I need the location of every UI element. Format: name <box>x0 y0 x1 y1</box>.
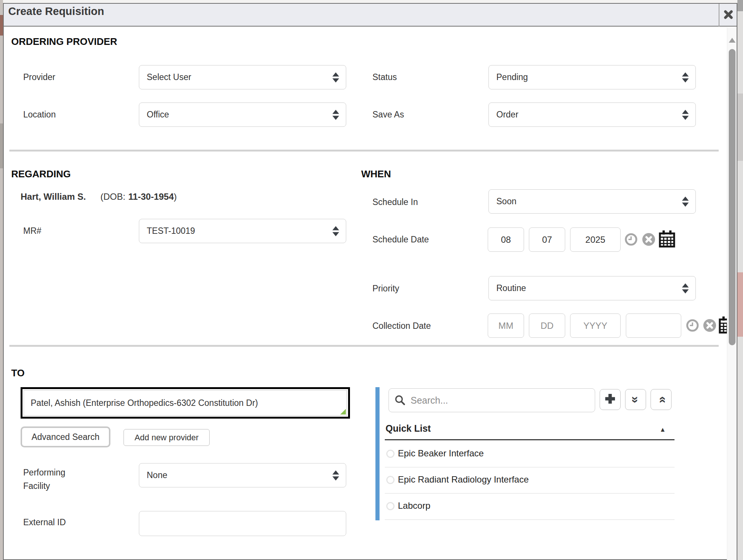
updown-arrows-icon <box>332 226 339 236</box>
clear-circle-icon[interactable] <box>642 233 655 248</box>
list-item[interactable]: Epic Radiant Radiology Interface <box>398 474 529 485</box>
background-smudge <box>737 94 743 161</box>
background-smudge <box>737 0 743 11</box>
status-select[interactable]: Pending <box>488 65 696 89</box>
schedule-date-label: Schedule Date <box>372 235 429 245</box>
add-new-provider-button[interactable]: Add new provider <box>124 429 210 446</box>
clear-circle-icon[interactable] <box>703 319 716 334</box>
quick-list-heading: Quick List <box>386 423 431 434</box>
collection-year-input[interactable] <box>570 313 621 338</box>
save-as-select[interactable]: Order <box>488 102 696 127</box>
titlebar-separator <box>719 4 719 27</box>
location-select[interactable]: Office <box>139 102 346 127</box>
updown-arrows-icon <box>682 283 689 293</box>
provider-select[interactable]: Select User <box>139 65 346 89</box>
location-select-value: Office <box>147 110 169 120</box>
screen: Create Requisition ORDERING PROVIDER Pro… <box>0 0 743 560</box>
quick-list-underline <box>385 439 675 440</box>
to-heading: TO <box>11 367 25 379</box>
regarding-heading: REGARDING <box>11 168 71 180</box>
schedule-in-select[interactable]: Soon <box>488 189 696 214</box>
patient-line: Hart, William S. (DOB:11-30-1954) <box>21 192 177 202</box>
external-id-input[interactable] <box>139 511 346 536</box>
scrollbar[interactable] <box>727 27 737 560</box>
collapse-all-button[interactable]: » <box>651 389 672 410</box>
performing-facility-select[interactable]: None <box>139 463 346 487</box>
directory-search <box>389 388 595 412</box>
collection-time-input[interactable] <box>626 313 681 338</box>
save-as-label: Save As <box>372 110 404 120</box>
updown-arrows-icon <box>682 196 689 206</box>
updown-arrows-icon <box>682 110 689 120</box>
list-divider <box>385 493 675 494</box>
schedule-month-input[interactable] <box>488 227 524 252</box>
radio-icon[interactable] <box>386 476 395 484</box>
dialog-titlebar <box>4 4 737 27</box>
list-divider <box>385 467 675 468</box>
mr-select[interactable]: TEST-10019 <box>139 219 346 243</box>
updown-arrows-icon <box>332 110 339 120</box>
mr-label: MR# <box>23 226 42 236</box>
clock-icon[interactable] <box>624 233 638 248</box>
performing-facility-select-value: None <box>147 470 167 480</box>
radio-icon[interactable] <box>386 502 395 510</box>
schedule-in-select-value: Soon <box>496 196 517 206</box>
dob-suffix: ) <box>174 192 177 202</box>
schedule-in-label: Schedule In <box>372 197 418 207</box>
priority-label: Priority <box>372 284 399 294</box>
collection-day-input[interactable] <box>529 313 565 338</box>
updown-arrows-icon <box>332 72 339 82</box>
scroll-up-icon[interactable] <box>729 38 736 43</box>
background-smudge <box>0 123 3 168</box>
updown-arrows-icon <box>332 470 339 480</box>
resize-grip-icon[interactable] <box>340 409 346 414</box>
add-provider-plus-button[interactable] <box>600 389 621 410</box>
when-heading: WHEN <box>361 168 391 180</box>
updown-arrows-icon <box>682 72 689 82</box>
status-select-value: Pending <box>496 72 528 82</box>
collection-date-label: Collection Date <box>372 321 431 331</box>
search-icon <box>395 395 406 406</box>
page-background-right-strip <box>737 0 743 560</box>
collection-month-input[interactable] <box>488 313 524 338</box>
scrollbar-thumb[interactable] <box>729 49 736 345</box>
dialog-title: Create Requisition <box>8 5 104 18</box>
close-button[interactable] <box>720 4 737 27</box>
dob-prefix: (DOB: <box>100 192 125 202</box>
chevron-double-up-icon: » <box>655 396 667 403</box>
calendar-icon[interactable] <box>659 230 675 250</box>
priority-select[interactable]: Routine <box>488 276 696 300</box>
patient-name: Hart, William S. <box>21 192 86 202</box>
quick-list-accent-bar <box>375 387 380 520</box>
external-id-label: External ID <box>23 517 66 527</box>
expand-all-button[interactable]: » <box>625 389 646 410</box>
to-provider-listbox[interactable]: Patel, Ashish (Enterprise Orthopedics-63… <box>21 387 350 419</box>
plus-icon <box>604 392 616 407</box>
list-divider <box>385 519 675 520</box>
chevron-double-down-icon: » <box>629 396 642 403</box>
dob-value: 11-30-1954 <box>128 192 174 202</box>
quick-list-collapse-icon[interactable]: ▲ <box>660 426 666 434</box>
location-label: Location <box>23 110 56 120</box>
section-divider <box>9 150 719 152</box>
status-label: Status <box>372 72 397 82</box>
close-icon <box>723 9 734 22</box>
clock-icon[interactable] <box>686 319 699 334</box>
priority-select-value: Routine <box>496 283 526 293</box>
page-background-left-strip <box>0 0 3 560</box>
provider-select-value: Select User <box>147 72 191 82</box>
section-divider <box>9 345 719 347</box>
radio-icon[interactable] <box>386 450 395 458</box>
mr-select-value: TEST-10019 <box>147 226 195 236</box>
search-input[interactable] <box>389 388 595 412</box>
ordering-provider-heading: ORDERING PROVIDER <box>11 36 117 48</box>
to-provider-selected-option[interactable]: Patel, Ashish (Enterprise Orthopedics-63… <box>31 398 258 408</box>
schedule-day-input[interactable] <box>529 227 565 252</box>
provider-label: Provider <box>23 72 55 82</box>
advanced-search-button[interactable]: Advanced Search <box>21 426 110 447</box>
performing-facility-label: Performing Facility <box>23 466 89 493</box>
schedule-year-input[interactable] <box>570 227 621 252</box>
list-item[interactable]: Epic Beaker Interface <box>398 448 484 459</box>
list-item[interactable]: Labcorp <box>398 501 430 511</box>
save-as-select-value: Order <box>496 110 518 120</box>
